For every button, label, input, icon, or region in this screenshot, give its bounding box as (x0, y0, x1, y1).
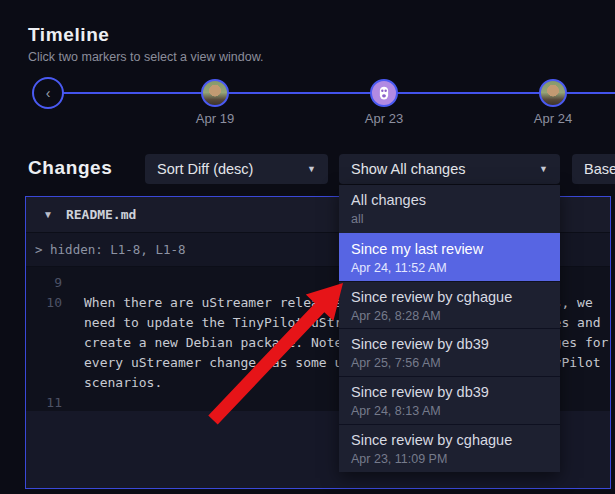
line-number: 11 (26, 393, 62, 413)
file-name: README.md (66, 207, 136, 222)
show-changes-dropdown[interactable]: Show All changes ▼ (339, 154, 560, 184)
timeline-marker-label: Apr 24 (518, 111, 588, 126)
sort-diff-label: Sort Diff (desc) (157, 161, 253, 177)
menu-item-subtitle: Apr 24, 11:52 AM (351, 261, 560, 275)
timeline-scroll-left-button[interactable]: ‹ (32, 77, 64, 109)
timeline-marker-apr23[interactable] (370, 79, 398, 107)
menu-item-subtitle: Apr 24, 8:13 AM (351, 404, 560, 418)
timeline-track (48, 92, 615, 94)
sort-diff-dropdown[interactable]: Sort Diff (desc) ▼ (145, 154, 328, 184)
line-number (26, 373, 62, 393)
menu-item-subtitle: Apr 25, 7:56 AM (351, 356, 560, 370)
chevron-left-icon: ‹ (46, 86, 51, 100)
timeline-marker-label: Apr 23 (349, 111, 419, 126)
base-label: Base (584, 161, 615, 177)
menu-item-title: Since review by cghague (351, 289, 560, 305)
chevron-down-icon: ▼ (525, 164, 548, 174)
line-number (26, 353, 62, 373)
timeline-subtitle: Click two markers to select a view windo… (28, 50, 264, 64)
base-dropdown[interactable]: Base (572, 154, 615, 184)
show-changes-label: Show All changes (351, 161, 465, 177)
menu-item-title: All changes (351, 192, 560, 208)
menu-item-since-review-db39-1[interactable]: Since review by db39 Apr 25, 7:56 AM (339, 328, 560, 376)
timeline-title: Timeline (28, 24, 110, 46)
menu-item-since-review-db39-2[interactable]: Since review by db39 Apr 24, 8:13 AM (339, 376, 560, 424)
line-number: 10 (26, 293, 62, 313)
line-number (26, 313, 62, 333)
menu-item-since-review-cghague-1[interactable]: Since review by cghague Apr 26, 8:28 AM (339, 281, 560, 329)
changes-title: Changes (28, 157, 112, 179)
timeline-marker-apr19[interactable] (201, 79, 229, 107)
menu-item-title: Since review by cghague (351, 432, 560, 448)
line-number: 9 (26, 273, 62, 293)
menu-item-subtitle: Apr 23, 11:09 PM (351, 452, 560, 466)
menu-item-title: Since review by db39 (351, 336, 560, 352)
show-changes-menu: All changes all Since my last review Apr… (339, 185, 560, 472)
line-number (26, 333, 62, 353)
menu-item-subtitle: all (351, 212, 560, 226)
menu-item-title: Since my last review (351, 241, 560, 257)
timeline-marker-label: Apr 19 (180, 111, 250, 126)
chevron-down-icon: ▼ (293, 164, 316, 174)
hidden-lines-text: > hidden: L1-8, L1-8 (35, 242, 186, 257)
line-text: scenarios. (84, 373, 162, 393)
menu-item-all-changes[interactable]: All changes all (339, 185, 560, 233)
collapse-chevron-icon: ▼ (43, 209, 53, 220)
menu-item-since-review-cghague-2[interactable]: Since review by cghague Apr 23, 11:09 PM (339, 424, 560, 472)
bot-avatar-icon (375, 84, 393, 102)
menu-item-title: Since review by db39 (351, 384, 560, 400)
timeline-marker-apr24[interactable] (539, 79, 567, 107)
menu-item-since-my-last-review[interactable]: Since my last review Apr 24, 11:52 AM (339, 233, 560, 281)
menu-item-subtitle: Apr 26, 8:28 AM (351, 309, 560, 323)
